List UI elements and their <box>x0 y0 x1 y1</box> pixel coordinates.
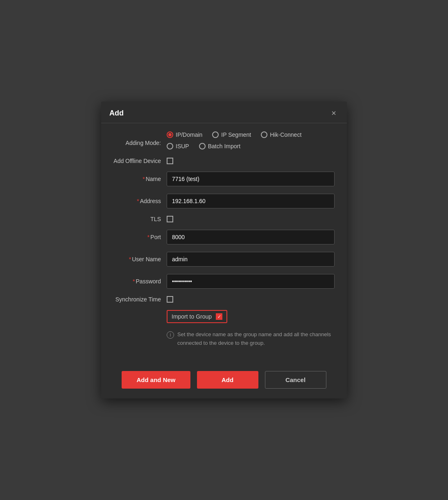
password-label: *Password <box>113 278 167 285</box>
radio-isup-label: ISUP <box>176 143 189 149</box>
import-group-checkmark: ✓ <box>217 314 221 319</box>
port-required-star: * <box>147 234 149 240</box>
tls-checkbox-wrapper[interactable] <box>167 216 173 222</box>
add-offline-checkbox[interactable] <box>167 158 173 164</box>
close-button[interactable]: × <box>329 108 339 118</box>
add-button[interactable]: Add <box>197 371 258 389</box>
add-offline-checkbox-wrapper[interactable] <box>167 158 173 164</box>
username-input[interactable] <box>167 252 335 267</box>
add-offline-row: Add Offline Device <box>113 158 335 164</box>
address-row: *Address <box>113 194 335 208</box>
sync-time-row: Synchronize Time <box>113 296 335 303</box>
adding-mode-options: IP/Domain IP Segment Hik-Connect <box>167 131 335 154</box>
radio-hik-connect-label: Hik-Connect <box>270 131 301 138</box>
cancel-button[interactable]: Cancel <box>265 371 326 389</box>
password-row: *Password <box>113 274 335 289</box>
radio-batch-import-outer <box>199 143 206 149</box>
tls-label: TLS <box>113 216 167 222</box>
radio-hik-connect-outer <box>261 131 267 138</box>
info-content: i Set the device name as the group name … <box>167 330 335 347</box>
name-input[interactable] <box>167 172 335 186</box>
import-group-label: Import to Group <box>172 313 212 320</box>
dialog-footer: Add and New Add Cancel <box>101 364 347 398</box>
sync-time-label: Synchronize Time <box>113 296 167 303</box>
password-required-star: * <box>133 278 135 285</box>
add-dialog: Add × Adding Mode: IP/Domain <box>101 102 347 398</box>
username-label: *User Name <box>113 256 167 262</box>
adding-mode-label: Adding Mode: <box>113 140 167 146</box>
username-row: *User Name <box>113 252 335 267</box>
radio-isup[interactable]: ISUP <box>167 143 189 149</box>
radio-hik-connect[interactable]: Hik-Connect <box>261 131 301 138</box>
radio-ip-domain-inner <box>168 133 172 136</box>
info-row: i Set the device name as the group name … <box>113 330 335 347</box>
port-input[interactable] <box>167 230 335 244</box>
radio-ip-domain-label: IP/Domain <box>176 131 202 138</box>
address-label: *Address <box>113 198 167 204</box>
name-label: *Name <box>113 176 167 182</box>
radio-ip-segment-label: IP Segment <box>221 131 251 138</box>
radio-ip-domain[interactable]: IP/Domain <box>167 131 202 138</box>
tls-checkbox[interactable] <box>167 216 173 222</box>
radio-batch-import-label: Batch Import <box>208 143 240 149</box>
import-group-box: Import to Group ✓ <box>167 310 227 323</box>
radio-batch-import[interactable]: Batch Import <box>199 143 240 149</box>
username-required-star: * <box>129 256 131 262</box>
name-required-star: * <box>143 176 145 182</box>
address-required-star: * <box>137 198 139 204</box>
import-group-checkbox[interactable]: ✓ <box>216 313 222 320</box>
address-input[interactable] <box>167 194 335 208</box>
dialog-header: Add × <box>101 102 347 123</box>
radio-isup-outer <box>167 143 173 149</box>
info-icon: i <box>167 331 174 339</box>
radio-ip-domain-outer <box>167 131 173 138</box>
tls-row: TLS <box>113 216 335 222</box>
name-row: *Name <box>113 172 335 186</box>
import-group-row: Import to Group ✓ <box>113 310 335 323</box>
radio-ip-segment[interactable]: IP Segment <box>212 131 251 138</box>
sync-time-checkbox-wrapper[interactable] <box>167 296 173 303</box>
sync-time-checkbox[interactable] <box>167 296 173 303</box>
add-offline-label: Add Offline Device <box>113 158 167 164</box>
dialog-body: Adding Mode: IP/Domain IP Segment <box>101 123 347 364</box>
password-input[interactable] <box>167 274 335 289</box>
info-text: Set the device name as the group name an… <box>177 330 335 347</box>
port-row: *Port <box>113 230 335 244</box>
dialog-title: Add <box>109 109 124 118</box>
radio-ip-segment-outer <box>212 131 219 138</box>
adding-mode-row: Adding Mode: IP/Domain IP Segment <box>113 131 335 154</box>
add-and-new-button[interactable]: Add and New <box>122 371 190 389</box>
port-label: *Port <box>113 234 167 240</box>
